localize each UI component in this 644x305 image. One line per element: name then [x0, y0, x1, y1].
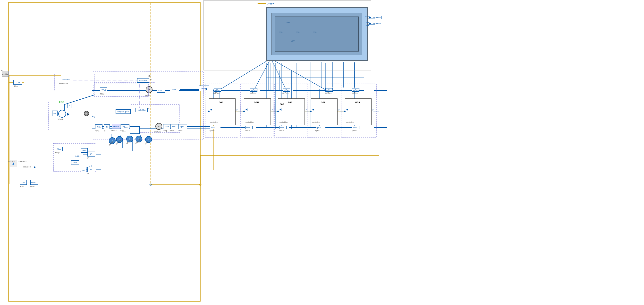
diagram-container: ◁ dP 000 000 000 000 000 TRooMin TRooAve… [0, 0, 644, 305]
eas-detected-label: eas [280, 103, 284, 106]
splsu1-block: splSu... [210, 126, 217, 129]
nor-conn1 [310, 111, 312, 112]
splre4-label: splRe... [325, 92, 332, 94]
svg-rect-0 [8, 3, 200, 301]
sou-y-output: y... [272, 108, 274, 111]
splre3-label: splRe... [282, 92, 289, 94]
occ-out-dot [34, 166, 36, 168]
splsu5-block: splSu... [352, 126, 360, 129]
fil-label: fil [104, 130, 106, 132]
sens-block: senS... [170, 124, 179, 129]
splre5-block: splRe... [352, 88, 360, 92]
contr-bottom-label: contr... [30, 185, 36, 187]
controlbus-topright: controlBus [137, 78, 149, 83]
splsu3-label: splSu... [279, 130, 285, 132]
dpret-block: dpRet... [170, 87, 179, 92]
troo-min-output: TRooMin [369, 16, 382, 19]
wes-conn1 [344, 111, 346, 112]
heacol-label: heaCol [111, 129, 117, 131]
tbonair-block: TBonAir [199, 86, 209, 91]
heac-block: heaC [81, 148, 88, 153]
room-block: 000 000 000 000 000 [266, 7, 368, 61]
splre4-block: splRe... [326, 88, 333, 92]
svg-line-12 [218, 61, 267, 90]
eas-controlbus: controlBus [280, 121, 288, 123]
controlbus-block: controlBus [59, 77, 72, 82]
m-block: m... [80, 168, 86, 172]
occsch-label: occSch [8, 160, 15, 163]
cor-controlbus: controlBus [210, 121, 218, 123]
dpsu-block: dpSu... [179, 124, 187, 129]
tmb-block: tmb [52, 111, 58, 116]
splre2-label: splRe... [250, 92, 256, 94]
splsu2-block: splSu... [245, 126, 252, 129]
sou-conn1 [243, 111, 245, 112]
splsu3-block: splSu... [279, 126, 286, 129]
zone-cor-label: cor [219, 101, 223, 104]
controlbus2-block: controlBus [136, 108, 148, 112]
zone-eas-label: eas [288, 101, 292, 104]
tset-bottom-block: TSet [20, 180, 27, 185]
troo-min-label: min [366, 15, 368, 17]
troo-ave-label3: ave [366, 24, 369, 27]
troo-ave-label2: ave [366, 21, 369, 23]
pi2-label: PI [88, 173, 89, 175]
dp-label: ◁ dP [267, 2, 274, 6]
tcoi-block: TCoi... [121, 124, 130, 129]
fansup-block: ⊕ [156, 123, 162, 130]
vout1-label: VOut1 [58, 118, 63, 120]
zone-sou: sou controlBus y... [244, 98, 271, 125]
controlbus-label: controlBus [59, 83, 68, 85]
ne-label-1: nE [148, 108, 150, 110]
tser-block: TSer [71, 160, 79, 165]
tret-label: TRet [100, 93, 104, 95]
heacol-block: heaCol [112, 124, 120, 129]
contr-bottom-block: contr... [30, 180, 38, 185]
tmix-label: TMix [95, 130, 99, 132]
svg-point-112 [248, 90, 250, 91]
weabus-block: weaBus [2, 71, 9, 77]
zone-nor: nor controlBus y... [311, 98, 338, 125]
svg-point-114 [318, 90, 320, 91]
splsu4-block: splSu... [316, 126, 323, 129]
svg-point-126 [150, 184, 152, 186]
eco-label: ECO [59, 101, 64, 104]
fansup-label: fanSup [154, 131, 160, 133]
pi1-label: PI [88, 157, 89, 159]
pi2-block: PI [88, 167, 95, 172]
fan-tri [67, 113, 70, 116]
zone-wes-label: wes [355, 101, 360, 104]
svg-marker-130 [258, 3, 260, 4]
troo-ave-output: TRooAve [369, 22, 382, 25]
splre1-block: splRe... [214, 88, 221, 92]
zone-nor-label: nor [321, 101, 325, 104]
fanret-label: fanRet [145, 94, 150, 96]
eas-conn1 [277, 111, 279, 112]
ne-label-boundary: nE [150, 78, 152, 81]
wes-y-output: y... [372, 108, 375, 111]
w-label: w [1, 69, 3, 72]
splsu2-label: splSu... [245, 130, 251, 132]
eas-y-output: y... [306, 108, 308, 111]
svg-line-14 [272, 61, 286, 90]
coocol-block: cooCol [130, 126, 140, 134]
sens-label: senS... [170, 130, 176, 132]
tout-block: TOut [13, 80, 22, 85]
nor-y-output: y... [338, 108, 341, 111]
svg-line-38 [64, 95, 95, 105]
cor-conn1 [208, 111, 210, 112]
tmix-block: TMix [95, 124, 102, 129]
cor-y-output: y... [236, 108, 239, 111]
vout1-block [58, 110, 66, 118]
tret-block: TRet [100, 88, 107, 92]
splre5-label: splRe... [352, 92, 358, 94]
eco-y-label: ▼y [92, 115, 95, 118]
tcoi-label: TCoi... [120, 130, 126, 132]
splre2-block: splRe... [250, 88, 258, 92]
wes-controlbus: controlBus [346, 121, 354, 123]
occupied-label: occupied [23, 166, 30, 168]
zone-sou-label: sou [254, 101, 259, 104]
svg-line-15 [274, 61, 326, 90]
sou-controlbus: controlBus [246, 121, 254, 123]
pi1-block: PI [88, 151, 95, 157]
